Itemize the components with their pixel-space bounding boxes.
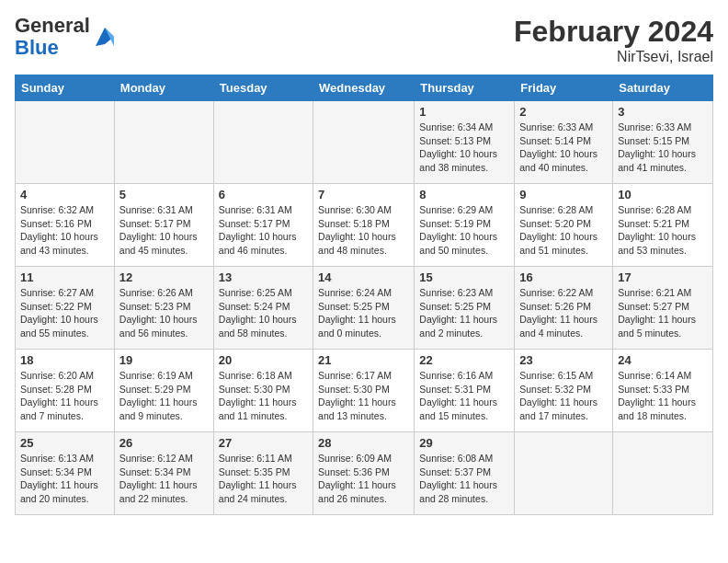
week-row-0: 1Sunrise: 6:34 AMSunset: 5:13 PMDaylight… — [16, 101, 713, 184]
location-subtitle: NirTsevi, Israel — [514, 49, 713, 65]
day-number: 24 — [618, 353, 708, 367]
day-number: 29 — [419, 436, 509, 450]
day-info: Sunrise: 6:19 AMSunset: 5:29 PMDaylight:… — [119, 369, 209, 423]
page-header: General Blue February 2024 NirTsevi, Isr… — [15, 15, 713, 65]
calendar-cell: 7Sunrise: 6:30 AMSunset: 5:18 PMDaylight… — [313, 184, 415, 267]
calendar-table: SundayMondayTuesdayWednesdayThursdayFrid… — [15, 75, 713, 515]
week-row-2: 11Sunrise: 6:27 AMSunset: 5:22 PMDayligh… — [16, 267, 713, 350]
calendar-cell: 2Sunrise: 6:33 AMSunset: 5:14 PMDaylight… — [515, 101, 613, 184]
calendar-cell: 27Sunrise: 6:11 AMSunset: 5:35 PMDayligh… — [213, 432, 313, 515]
weekday-header-monday: Monday — [114, 75, 213, 101]
calendar-cell — [613, 432, 713, 515]
day-number: 28 — [318, 436, 409, 450]
weekday-header-sunday: Sunday — [16, 75, 115, 101]
day-info: Sunrise: 6:22 AMSunset: 5:26 PMDaylight:… — [519, 286, 608, 340]
calendar-cell: 28Sunrise: 6:09 AMSunset: 5:36 PMDayligh… — [313, 432, 415, 515]
day-number: 15 — [419, 270, 509, 284]
calendar-cell: 12Sunrise: 6:26 AMSunset: 5:23 PMDayligh… — [114, 267, 213, 350]
day-info: Sunrise: 6:31 AMSunset: 5:17 PMDaylight:… — [119, 203, 209, 258]
day-number: 26 — [119, 436, 209, 450]
day-number: 21 — [318, 353, 409, 367]
day-number: 13 — [219, 270, 308, 284]
calendar-cell: 23Sunrise: 6:15 AMSunset: 5:32 PMDayligh… — [515, 350, 613, 432]
day-number: 14 — [318, 270, 409, 284]
calendar-cell: 25Sunrise: 6:13 AMSunset: 5:34 PMDayligh… — [16, 432, 115, 515]
calendar-cell: 11Sunrise: 6:27 AMSunset: 5:22 PMDayligh… — [16, 267, 115, 350]
day-info: Sunrise: 6:09 AMSunset: 5:36 PMDaylight:… — [318, 452, 409, 506]
day-info: Sunrise: 6:28 AMSunset: 5:20 PMDaylight:… — [519, 203, 608, 258]
calendar-cell: 26Sunrise: 6:12 AMSunset: 5:34 PMDayligh… — [114, 432, 213, 515]
day-info: Sunrise: 6:30 AMSunset: 5:18 PMDaylight:… — [318, 203, 409, 258]
day-info: Sunrise: 6:11 AMSunset: 5:35 PMDaylight:… — [219, 452, 308, 506]
logo-text: General Blue — [15, 15, 90, 59]
calendar-cell — [515, 432, 613, 515]
day-number: 12 — [119, 270, 209, 284]
day-info: Sunrise: 6:21 AMSunset: 5:27 PMDaylight:… — [618, 286, 708, 340]
day-info: Sunrise: 6:23 AMSunset: 5:25 PMDaylight:… — [419, 286, 509, 340]
day-number: 7 — [318, 188, 409, 201]
calendar-cell: 18Sunrise: 6:20 AMSunset: 5:28 PMDayligh… — [16, 350, 115, 432]
day-info: Sunrise: 6:27 AMSunset: 5:22 PMDaylight:… — [20, 286, 109, 340]
day-number: 19 — [119, 353, 209, 367]
day-info: Sunrise: 6:12 AMSunset: 5:34 PMDaylight:… — [119, 452, 209, 506]
weekday-header-tuesday: Tuesday — [213, 75, 313, 101]
day-info: Sunrise: 6:33 AMSunset: 5:14 PMDaylight:… — [519, 121, 608, 175]
day-number: 18 — [20, 353, 109, 367]
calendar-cell — [313, 101, 415, 184]
day-info: Sunrise: 6:32 AMSunset: 5:16 PMDaylight:… — [20, 203, 109, 258]
day-number: 23 — [519, 353, 608, 367]
calendar-cell: 13Sunrise: 6:25 AMSunset: 5:24 PMDayligh… — [213, 267, 313, 350]
logo: General Blue — [15, 15, 118, 59]
day-number: 17 — [618, 270, 708, 284]
calendar-cell: 21Sunrise: 6:17 AMSunset: 5:30 PMDayligh… — [313, 350, 415, 432]
day-number: 6 — [219, 188, 308, 201]
day-number: 25 — [20, 436, 109, 450]
day-number: 8 — [419, 188, 509, 201]
day-number: 9 — [519, 188, 608, 201]
header-row: SundayMondayTuesdayWednesdayThursdayFrid… — [16, 75, 713, 101]
day-info: Sunrise: 6:29 AMSunset: 5:19 PMDaylight:… — [419, 203, 509, 258]
day-number: 10 — [618, 188, 708, 201]
calendar-cell: 10Sunrise: 6:28 AMSunset: 5:21 PMDayligh… — [613, 184, 713, 267]
day-info: Sunrise: 6:18 AMSunset: 5:30 PMDaylight:… — [219, 369, 308, 423]
day-info: Sunrise: 6:14 AMSunset: 5:33 PMDaylight:… — [618, 369, 708, 423]
calendar-cell: 22Sunrise: 6:16 AMSunset: 5:31 PMDayligh… — [415, 350, 515, 432]
weekday-header-friday: Friday — [515, 75, 613, 101]
calendar-header: SundayMondayTuesdayWednesdayThursdayFrid… — [16, 75, 713, 101]
calendar-cell: 1Sunrise: 6:34 AMSunset: 5:13 PMDaylight… — [415, 101, 515, 184]
calendar-cell — [213, 101, 313, 184]
day-info: Sunrise: 6:20 AMSunset: 5:28 PMDaylight:… — [20, 369, 109, 423]
day-info: Sunrise: 6:24 AMSunset: 5:25 PMDaylight:… — [318, 286, 409, 340]
calendar-cell: 3Sunrise: 6:33 AMSunset: 5:15 PMDaylight… — [613, 101, 713, 184]
day-number: 16 — [519, 270, 608, 284]
calendar-cell: 14Sunrise: 6:24 AMSunset: 5:25 PMDayligh… — [313, 267, 415, 350]
day-info: Sunrise: 6:25 AMSunset: 5:24 PMDaylight:… — [219, 286, 308, 340]
day-number: 4 — [20, 188, 109, 201]
day-info: Sunrise: 6:17 AMSunset: 5:30 PMDaylight:… — [318, 369, 409, 423]
day-info: Sunrise: 6:34 AMSunset: 5:13 PMDaylight:… — [419, 121, 509, 175]
day-number: 1 — [419, 105, 509, 119]
calendar-cell — [16, 101, 115, 184]
day-info: Sunrise: 6:13 AMSunset: 5:34 PMDaylight:… — [20, 452, 109, 506]
month-year-title: February 2024 — [514, 15, 713, 49]
day-info: Sunrise: 6:15 AMSunset: 5:32 PMDaylight:… — [519, 369, 608, 423]
calendar-cell: 19Sunrise: 6:19 AMSunset: 5:29 PMDayligh… — [114, 350, 213, 432]
day-info: Sunrise: 6:08 AMSunset: 5:37 PMDaylight:… — [419, 452, 509, 506]
calendar-cell: 4Sunrise: 6:32 AMSunset: 5:16 PMDaylight… — [16, 184, 115, 267]
day-number: 27 — [219, 436, 308, 450]
day-number: 22 — [419, 353, 509, 367]
calendar-cell: 8Sunrise: 6:29 AMSunset: 5:19 PMDaylight… — [415, 184, 515, 267]
day-number: 5 — [119, 188, 209, 201]
weekday-header-saturday: Saturday — [613, 75, 713, 101]
calendar-cell — [114, 101, 213, 184]
week-row-4: 25Sunrise: 6:13 AMSunset: 5:34 PMDayligh… — [16, 432, 713, 515]
day-number: 11 — [20, 270, 109, 284]
day-info: Sunrise: 6:26 AMSunset: 5:23 PMDaylight:… — [119, 286, 209, 340]
calendar-cell: 5Sunrise: 6:31 AMSunset: 5:17 PMDaylight… — [114, 184, 213, 267]
week-row-3: 18Sunrise: 6:20 AMSunset: 5:28 PMDayligh… — [16, 350, 713, 432]
day-info: Sunrise: 6:16 AMSunset: 5:31 PMDaylight:… — [419, 369, 509, 423]
calendar-cell: 9Sunrise: 6:28 AMSunset: 5:20 PMDaylight… — [515, 184, 613, 267]
day-number: 2 — [519, 105, 608, 119]
calendar-cell: 15Sunrise: 6:23 AMSunset: 5:25 PMDayligh… — [415, 267, 515, 350]
calendar-cell: 6Sunrise: 6:31 AMSunset: 5:17 PMDaylight… — [213, 184, 313, 267]
